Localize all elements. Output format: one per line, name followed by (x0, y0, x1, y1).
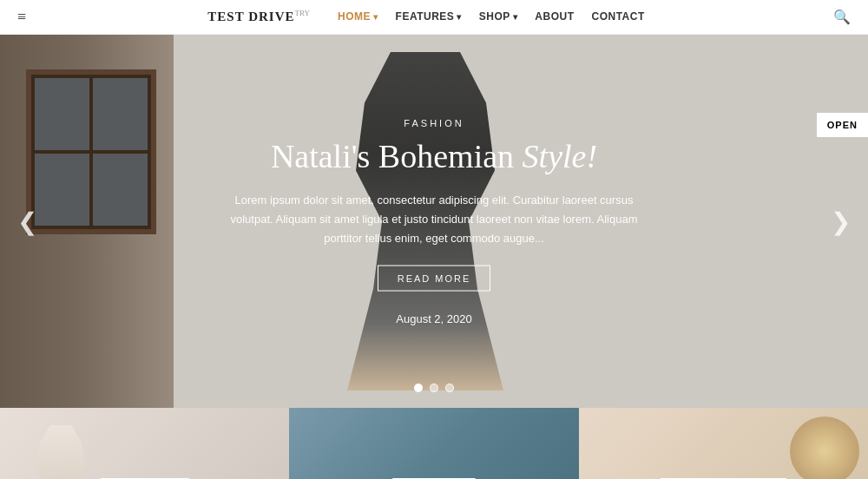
hero-date: August 2, 2020 (217, 312, 651, 325)
nav-item-contact[interactable]: CONTACT (585, 10, 652, 23)
header-center: TEST DRIVETRY HOME ▾ FEATURES ▾ SHOP ▾ A… (207, 9, 651, 24)
window-pane (93, 154, 148, 226)
brand-try: TRY (295, 9, 311, 17)
next-slide-button[interactable]: ❯ (822, 199, 859, 245)
header: ≡ TEST DRIVETRY HOME ▾ FEATURES ▾ SHOP ▾… (0, 0, 868, 35)
slide-dot-2[interactable] (430, 384, 438, 392)
open-button[interactable]: OPEN (817, 113, 868, 137)
nav-item-about[interactable]: ABOUT (528, 10, 581, 23)
slide-dot-3[interactable] (445, 384, 454, 392)
hamburger-icon[interactable]: ≡ (17, 8, 26, 26)
hero-content: FASHION Natali's Bohemian Style! Lorem i… (217, 118, 651, 325)
card-pro: TRY PRO VERSION (579, 408, 868, 479)
card-download: DOWNLOAD (0, 408, 289, 479)
search-icon[interactable]: 🔍 (833, 9, 851, 25)
chevron-down-icon: ▾ (457, 12, 462, 22)
hero-title-italic: Style! (523, 138, 598, 174)
card-features: FEATURES (289, 408, 578, 479)
hero-category: FASHION (217, 118, 651, 128)
card-person-silhouette (26, 425, 95, 479)
chevron-down-icon: ▾ (513, 12, 518, 22)
main-nav: HOME ▾ FEATURES ▾ SHOP ▾ ABOUT CONTACT (331, 10, 652, 23)
window-pane (93, 78, 148, 150)
nav-item-home[interactable]: HOME ▾ (331, 10, 385, 23)
slide-dot-1[interactable] (414, 384, 423, 392)
header-right: 🔍 (833, 9, 851, 25)
nav-item-features[interactable]: FEATURES ▾ (389, 10, 469, 23)
read-more-button[interactable]: READ MORE (378, 265, 491, 291)
hero-title-plain: Natali's Bohemian (271, 138, 523, 174)
hero-slider: OPEN ❮ FASHION Natali's Bohemian Style! … (0, 35, 868, 408)
header-left: ≡ (17, 8, 26, 26)
brand[interactable]: TEST DRIVETRY (207, 9, 310, 24)
window-pane (35, 78, 89, 150)
nav-item-shop[interactable]: SHOP ▾ (472, 10, 525, 23)
hero-window-inner (31, 75, 151, 229)
brand-name: TEST DRIVE (207, 10, 294, 24)
prev-slide-button[interactable]: ❮ (9, 199, 46, 245)
cards-row: DOWNLOAD FEATURES TRY PRO VERSION (0, 408, 868, 479)
hero-title: Natali's Bohemian Style! (217, 137, 651, 177)
slider-dots (414, 384, 454, 392)
chevron-down-icon: ▾ (373, 12, 378, 22)
card-food-decoration (790, 417, 859, 479)
hero-description: Lorem ipsum dolor sit amet, consectetur … (217, 190, 651, 247)
